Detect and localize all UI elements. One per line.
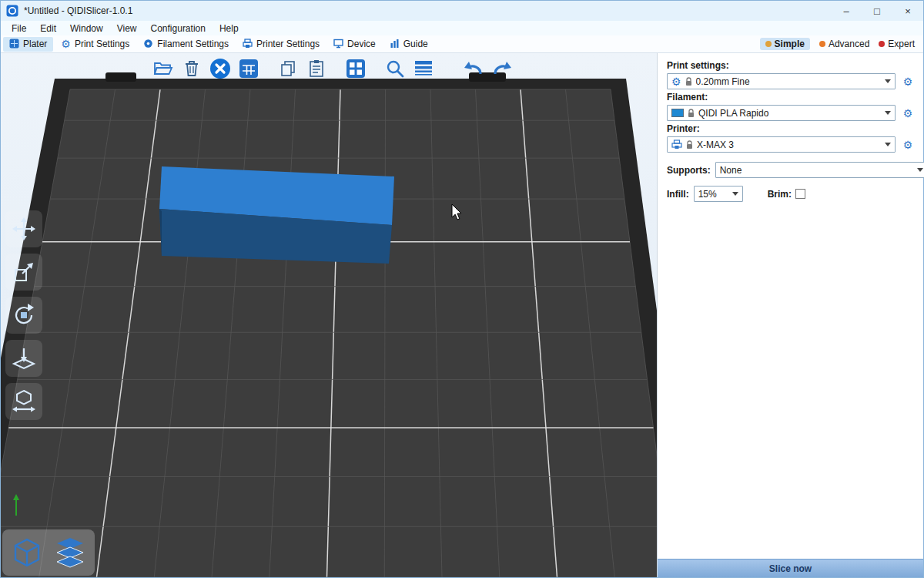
copy-icon: [280, 60, 296, 77]
maximize-button[interactable]: □: [862, 1, 892, 21]
filament-combo[interactable]: QIDI PLA Rapido: [667, 105, 896, 121]
search-button[interactable]: [383, 57, 407, 80]
slice-now-button[interactable]: Slice now: [658, 559, 923, 577]
print-settings-label: Print settings:: [667, 60, 916, 71]
arrange-button[interactable]: [237, 57, 260, 80]
open-button[interactable]: [152, 57, 175, 80]
delete-button[interactable]: [180, 57, 203, 80]
profile-gear-icon: ⚙: [671, 76, 681, 87]
chevron-down-icon: [917, 168, 923, 172]
printer-icon: [671, 139, 682, 150]
device-tab-icon: [333, 39, 343, 49]
tab-label: Print Settings: [75, 39, 129, 49]
split-to-objects-button[interactable]: [344, 57, 367, 80]
menu-file[interactable]: File: [5, 23, 33, 34]
lock-icon: [686, 140, 693, 150]
guide-tab-icon: [390, 39, 400, 49]
minimize-button[interactable]: –: [831, 1, 862, 21]
redo-button[interactable]: [490, 57, 514, 80]
scale-gizmo-button[interactable]: [5, 254, 42, 291]
app-window: *Untitled - QIDISlicer-1.0.1 – □ × File …: [0, 0, 924, 578]
supports-value: None: [720, 165, 913, 176]
tab-print-settings[interactable]: ⚙ Print Settings: [55, 37, 136, 52]
tab-label: Filament Settings: [157, 39, 229, 49]
sidebar: Print settings: ⚙ 0.20mm Fine ⚙ Filament…: [657, 53, 923, 577]
search-icon: [385, 59, 405, 79]
view-switch-toolbar: [2, 529, 95, 576]
variable-layer-height-button[interactable]: [412, 57, 435, 80]
undo-button[interactable]: [462, 57, 485, 80]
mode-expert[interactable]: Expert: [879, 39, 915, 49]
tab-filament-settings[interactable]: Filament Settings: [137, 37, 235, 52]
expert-mode-dot-icon: [879, 41, 885, 47]
menu-window[interactable]: Window: [63, 23, 110, 34]
3d-cube-icon: [11, 536, 43, 569]
printer-value: X-MAX 3: [697, 139, 881, 150]
chevron-down-icon: [885, 79, 891, 83]
move-gizmo-button[interactable]: [5, 210, 42, 247]
cut-icon: [12, 389, 36, 414]
print-settings-combo[interactable]: ⚙ 0.20mm Fine: [667, 73, 896, 89]
plater-tab-icon: [9, 39, 19, 49]
mode-label: Simple: [775, 39, 805, 49]
printer-combo[interactable]: X-MAX 3: [667, 136, 896, 153]
print-settings-value: 0.20mm Fine: [696, 76, 881, 87]
paste-icon: [308, 59, 325, 78]
editor-view-button[interactable]: [8, 533, 46, 572]
cut-gizmo-button[interactable]: [5, 383, 42, 420]
app-icon: [6, 5, 18, 17]
open-folder-icon: [153, 60, 173, 77]
mode-label: Advanced: [829, 39, 869, 49]
rotate-gizmo-button[interactable]: [5, 297, 42, 334]
copy-button[interactable]: [276, 57, 300, 80]
main-area: Print settings: ⚙ 0.20mm Fine ⚙ Filament…: [1, 53, 923, 577]
chevron-down-icon: [732, 192, 738, 196]
chevron-down-icon: [885, 143, 891, 146]
tab-label: Plater: [23, 39, 47, 49]
filament-settings-tab-icon: [143, 39, 153, 49]
menu-configuration[interactable]: Configuration: [144, 23, 213, 34]
brim-checkbox[interactable]: [795, 189, 805, 199]
preview-layers-button[interactable]: [51, 533, 89, 572]
tab-label: Guide: [403, 39, 428, 49]
3d-viewport[interactable]: [1, 53, 657, 577]
infill-value: 15%: [698, 189, 728, 200]
sliced-layers-icon: [52, 536, 88, 569]
filament-value: QIDI PLA Rapido: [698, 108, 881, 119]
infill-label: Infill:: [667, 189, 689, 200]
printer-label: Printer:: [667, 123, 916, 134]
scale-icon: [12, 260, 36, 284]
trash-icon: [183, 59, 200, 78]
model-object[interactable]: [159, 166, 394, 264]
brim-label: Brim:: [768, 189, 792, 200]
delete-all-button[interactable]: [209, 57, 232, 80]
tab-printer-settings[interactable]: Printer Settings: [236, 37, 326, 52]
menubar: File Edit Window View Configuration Help: [1, 21, 923, 35]
mode-simple[interactable]: Simple: [760, 38, 810, 50]
filament-label: Filament:: [667, 92, 916, 102]
printer-gear-button[interactable]: ⚙: [900, 139, 916, 150]
gizmo-toolbar: [5, 210, 42, 420]
lock-icon: [685, 77, 692, 86]
print-settings-tab-icon: ⚙: [61, 39, 71, 49]
mode-advanced[interactable]: Advanced: [819, 39, 869, 49]
menu-edit[interactable]: Edit: [33, 23, 63, 34]
window-controls: – □ ×: [831, 1, 923, 21]
close-button[interactable]: ×: [892, 1, 923, 21]
mode-label: Expert: [888, 39, 915, 49]
mode-switcher: Simple Advanced Expert: [760, 38, 921, 50]
tab-plater[interactable]: Plater: [3, 37, 53, 52]
supports-combo[interactable]: None: [715, 162, 924, 178]
infill-combo[interactable]: 15%: [694, 186, 743, 202]
tab-guide[interactable]: Guide: [383, 37, 434, 52]
paste-button[interactable]: [305, 57, 328, 80]
menu-help[interactable]: Help: [213, 23, 246, 34]
place-on-face-gizmo-button[interactable]: [5, 340, 42, 377]
menu-view[interactable]: View: [110, 23, 144, 34]
3d-scene[interactable]: [1, 53, 657, 577]
print-settings-gear-button[interactable]: ⚙: [900, 76, 916, 87]
tab-device[interactable]: Device: [327, 37, 382, 52]
move-icon: [12, 217, 36, 241]
lock-icon: [688, 109, 695, 118]
filament-gear-button[interactable]: ⚙: [900, 108, 916, 119]
